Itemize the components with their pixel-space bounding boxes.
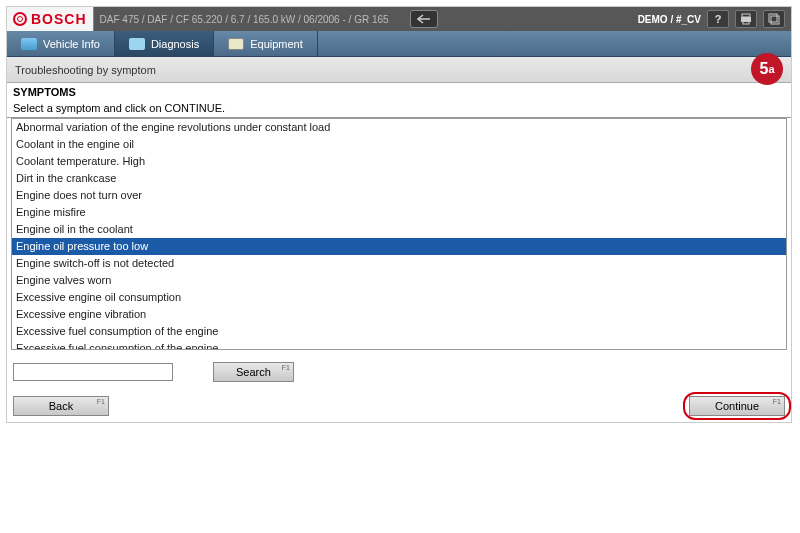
symptom-item[interactable]: Engine misfire (12, 204, 786, 221)
symptom-item[interactable]: Engine switch-off is not detected (12, 255, 786, 272)
equipment-icon (228, 38, 244, 50)
tab-equipment[interactable]: Equipment (214, 31, 318, 56)
svg-rect-4 (771, 16, 779, 24)
symptom-item[interactable]: Engine oil pressure too low (12, 238, 786, 255)
tab-vehicle-info[interactable]: Vehicle Info (7, 31, 115, 56)
section-title: SYMPTOMS (7, 83, 791, 101)
main-tabs: Vehicle Info Diagnosis Equipment (7, 31, 791, 57)
svg-rect-0 (742, 14, 750, 17)
subheader: Troubleshooting by symptom 5a (7, 57, 791, 83)
tab-diagnosis[interactable]: Diagnosis (115, 31, 214, 56)
symptom-item[interactable]: Excessive fuel consumption of the engine (12, 340, 786, 350)
tab-label: Diagnosis (151, 38, 199, 50)
brand-logo: BOSCH (7, 7, 94, 31)
symptom-item[interactable]: Dirt in the crankcase (12, 170, 786, 187)
bosch-gear-icon (13, 12, 27, 26)
topbar: BOSCH DAF 475 / DAF / CF 65.220 / 6.7 / … (7, 7, 791, 31)
symptom-item[interactable]: Engine does not turn over (12, 187, 786, 204)
instruction-text: Select a symptom and click on CONTINUE. (7, 101, 791, 118)
symptom-item[interactable]: Engine oil in the coolant (12, 221, 786, 238)
arrow-left-icon (417, 14, 431, 24)
subheader-text: Troubleshooting by symptom (15, 64, 156, 76)
symptom-item[interactable]: Abnormal variation of the engine revolut… (12, 119, 786, 136)
topbar-right: DEMO / #_CV ? (638, 10, 785, 28)
content-area: SYMPTOMS Select a symptom and click on C… (7, 83, 791, 422)
symptom-list[interactable]: Abnormal variation of the engine revolut… (11, 118, 787, 350)
symptom-item[interactable]: Engine valves worn (12, 272, 786, 289)
svg-rect-3 (769, 14, 777, 22)
vehicle-string: DAF 475 / DAF / CF 65.220 / 6.7 / 165.0 … (100, 14, 410, 25)
symptom-item[interactable]: Excessive engine vibration (12, 306, 786, 323)
print-button[interactable] (735, 10, 757, 28)
symptom-item[interactable]: Coolant in the engine oil (12, 136, 786, 153)
back-button[interactable]: BackF1 (13, 396, 109, 416)
help-icon: ? (715, 13, 722, 25)
print-icon (740, 13, 752, 25)
symptom-item[interactable]: Excessive fuel consumption of the engine (12, 323, 786, 340)
window-button[interactable] (763, 10, 785, 28)
symptom-item[interactable]: Excessive engine oil consumption (12, 289, 786, 306)
navigate-back-button[interactable] (410, 10, 438, 28)
symptom-item[interactable]: Coolant temperature. High (12, 153, 786, 170)
info-icon (21, 38, 37, 50)
search-row: SearchF1 (7, 350, 791, 390)
tab-label: Vehicle Info (43, 38, 100, 50)
search-button[interactable]: SearchF1 (213, 362, 294, 382)
footer-buttons: BackF1 ContinueF1 (7, 390, 791, 422)
brand-text: BOSCH (31, 11, 87, 27)
continue-button[interactable]: ContinueF1 (689, 396, 785, 416)
window-icon (768, 13, 780, 25)
tab-label: Equipment (250, 38, 303, 50)
search-input[interactable] (13, 363, 173, 381)
step-badge: 5a (751, 53, 783, 85)
help-button[interactable]: ? (707, 10, 729, 28)
demo-label: DEMO / #_CV (638, 14, 701, 25)
diagnosis-icon (129, 38, 145, 50)
